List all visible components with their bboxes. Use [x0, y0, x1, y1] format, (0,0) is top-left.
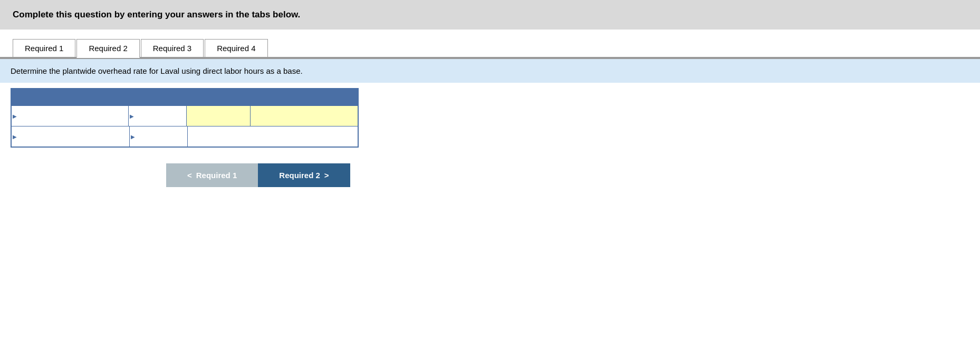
table-body — [12, 106, 358, 147]
prev-label: Required 1 — [196, 171, 237, 180]
table-row — [12, 106, 358, 126]
table-row — [12, 126, 358, 147]
prev-button[interactable]: < Required 1 — [166, 163, 258, 187]
table-header — [12, 89, 358, 106]
instruction-banner: Complete this question by entering your … — [0, 0, 980, 30]
next-label: Required 2 — [279, 171, 320, 180]
cell-row2-col3[interactable] — [188, 126, 358, 147]
next-icon: > — [324, 171, 329, 180]
instruction-text: Complete this question by entering your … — [13, 9, 300, 19]
input-row1-col2[interactable] — [133, 110, 182, 118]
cell-row1-col1[interactable] — [12, 106, 129, 126]
input-row1-col1[interactable] — [16, 110, 124, 118]
tabs-container: Required 1 Required 2 Required 3 Require… — [0, 38, 980, 58]
page-wrapper: Complete this question by entering your … — [0, 0, 980, 351]
info-banner: Determine the plantwide overhead rate fo… — [0, 58, 980, 83]
input-row2-col3[interactable] — [192, 130, 353, 139]
input-row2-col1[interactable] — [16, 130, 125, 139]
cell-row1-col4[interactable] — [251, 106, 358, 126]
content-area: < Required 1 Required 2 > — [0, 83, 980, 198]
input-row1-col3[interactable] — [191, 110, 246, 118]
prev-icon: < — [187, 171, 192, 180]
input-row1-col4[interactable] — [255, 110, 353, 118]
tab-required-4[interactable]: Required 4 — [205, 39, 267, 57]
tab-required-3[interactable]: Required 3 — [141, 39, 204, 57]
cell-row1-col2[interactable] — [129, 106, 187, 126]
cell-row2-col2[interactable] — [130, 126, 188, 147]
nav-buttons: < Required 1 Required 2 > — [166, 163, 969, 187]
tab-required-1[interactable]: Required 1 — [13, 39, 75, 57]
next-button[interactable]: Required 2 > — [258, 163, 350, 187]
cell-row2-col1[interactable] — [12, 126, 130, 147]
tab-required-2[interactable]: Required 2 — [76, 39, 139, 58]
data-table — [11, 88, 359, 148]
info-text: Determine the plantwide overhead rate fo… — [11, 66, 303, 75]
input-row2-col2[interactable] — [134, 130, 183, 139]
cell-row1-col3[interactable] — [187, 106, 251, 126]
